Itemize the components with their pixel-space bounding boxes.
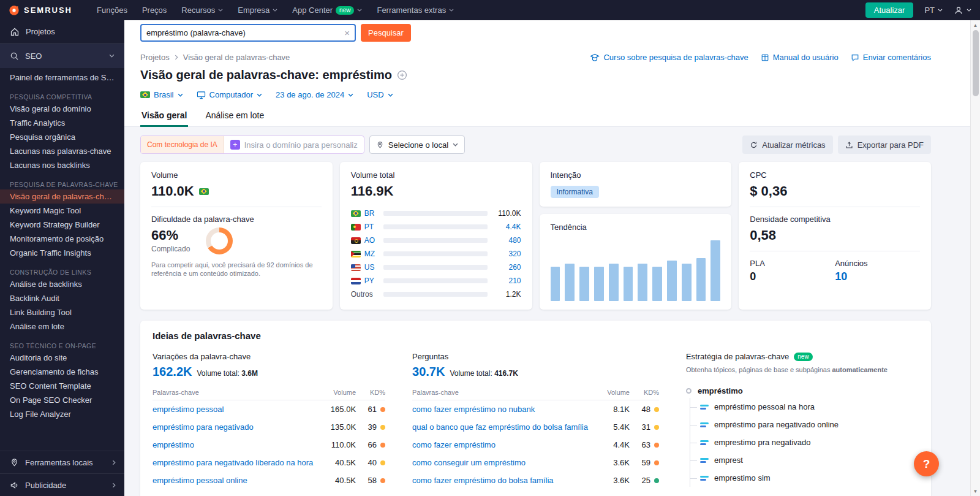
sidebar-item-traffic-analytics[interactable]: Traffic Analytics bbox=[0, 116, 124, 130]
keyword-link[interactable]: como fazer empréstimo no nubank bbox=[412, 405, 593, 414]
topnav-item-funcoes[interactable]: Funções bbox=[97, 6, 127, 15]
sidebar-item-seo-content-template[interactable]: SEO Content Template bbox=[0, 379, 124, 393]
country-link[interactable]: BR bbox=[364, 209, 375, 218]
device-filter[interactable]: Computador bbox=[197, 90, 263, 99]
ao-flag-icon bbox=[351, 237, 361, 244]
keyword-link[interactable]: empréstimo para negativado liberado na h… bbox=[153, 458, 319, 467]
sidebar-section-seo-tecnico-e-on-page: SEO TÉCNICO E ON-PAGE bbox=[0, 340, 124, 351]
trend-bar bbox=[594, 267, 604, 301]
export-pdf-button[interactable]: Exportar para PDF bbox=[838, 135, 931, 154]
country-filter[interactable]: Brasil bbox=[140, 90, 183, 99]
sidebar-item-gerenciamento-de-fichas[interactable]: Gerenciamento de fichas bbox=[0, 365, 124, 379]
tree-item-emprestimo-pra-negativado[interactable]: emprestimo pra negativado bbox=[690, 433, 919, 451]
sidebar-item-auditoria-do-site[interactable]: Auditoria do site bbox=[0, 351, 124, 365]
topnav-item-ferramentas-extras[interactable]: Ferramentas extras bbox=[377, 6, 454, 15]
tree-item-emprestimo-sim[interactable]: emprestimo sim bbox=[690, 469, 919, 487]
tab-analise-em-lote[interactable]: Análise em lote bbox=[204, 107, 265, 126]
scrollbar-down-arrow[interactable]: ▼ bbox=[971, 486, 980, 496]
sidebar-item-publicidade[interactable]: Publicidade bbox=[0, 473, 124, 496]
keyword-link[interactable]: como fazer empréstimo do bolsa família bbox=[412, 476, 593, 485]
sidebar-item-pesquisa-organica[interactable]: Pesquisa orgânica bbox=[0, 130, 124, 144]
topnav-item-app-center[interactable]: App Centernew bbox=[292, 6, 362, 15]
topnav-item-precos[interactable]: Preços bbox=[142, 6, 167, 15]
sidebar-item-on-page-seo-checker[interactable]: On Page SEO Checker bbox=[0, 393, 124, 407]
sidebar-item-backlink-audit[interactable]: Backlink Audit bbox=[0, 291, 124, 305]
breadcrumb-projetos[interactable]: Projetos bbox=[140, 53, 170, 62]
country-volume-value[interactable]: 4.4K bbox=[492, 223, 521, 231]
clear-search-icon[interactable]: × bbox=[339, 28, 355, 38]
sidebar-item-lacunas-nas-palavras-chave[interactable]: Lacunas nas palavras-chave bbox=[0, 144, 124, 158]
country-link[interactable]: PY bbox=[364, 277, 374, 285]
send-feedback-link[interactable]: Enviar comentários bbox=[851, 53, 931, 62]
keyword-search-box[interactable]: × bbox=[140, 24, 356, 42]
questions-count[interactable]: 30.7K bbox=[412, 365, 445, 379]
country-cell: PT bbox=[351, 223, 379, 231]
semrush-logo[interactable]: SEMRUSH bbox=[9, 5, 72, 16]
country-link[interactable]: AO bbox=[364, 236, 375, 245]
country-volume-value[interactable]: 480 bbox=[492, 236, 521, 245]
intent-badge[interactable]: Informativa bbox=[551, 186, 599, 198]
sidebar-item-keyword-strategy-builder[interactable]: Keyword Strategy Builder bbox=[0, 218, 124, 232]
sidebar-item-link-building-tool[interactable]: Link Building Tool bbox=[0, 305, 124, 319]
country-volume-value[interactable]: 320 bbox=[492, 250, 521, 258]
sidebar-item-log-file-analyzer[interactable]: Log File Analyzer bbox=[0, 407, 124, 421]
topnav-item-empresa[interactable]: Empresa bbox=[238, 6, 277, 15]
sidebar-item-visao-geral-do-dominio[interactable]: Visão geral do domínio bbox=[0, 102, 124, 116]
sidebar-item-lacunas-nos-backlinks[interactable]: Lacunas nos backlinks bbox=[0, 158, 124, 172]
keyword-link[interactable]: como fazer empréstimo bbox=[412, 440, 593, 449]
sidebar-item-monitoramento-de-posicao[interactable]: Monitoramento de posição bbox=[0, 232, 124, 246]
keyword-volume: 4.4K bbox=[593, 440, 630, 449]
keyword-link[interactable]: empréstimo para negativado bbox=[153, 422, 319, 432]
user-menu[interactable] bbox=[954, 6, 971, 15]
country-link[interactable]: US bbox=[364, 263, 375, 272]
sidebar-item-projetos[interactable]: Projetos bbox=[0, 20, 124, 44]
language-selector[interactable]: PT bbox=[924, 6, 943, 15]
refresh-metrics-button[interactable]: Atualizar métricas bbox=[742, 135, 832, 154]
country-link[interactable]: MZ bbox=[364, 250, 375, 258]
course-link[interactable]: Curso sobre pesquisa de palavras-chave bbox=[590, 53, 748, 62]
ads-value[interactable]: 10 bbox=[835, 270, 920, 283]
add-keyword-icon[interactable] bbox=[397, 70, 407, 80]
topnav-item-recursos[interactable]: Recursos bbox=[181, 6, 223, 15]
tab-visao-geral[interactable]: Visão geral bbox=[140, 107, 188, 126]
scrollbar-up-arrow[interactable]: ▲ bbox=[971, 20, 980, 30]
sidebar-item-ferramentas-locais[interactable]: Ferramentas locais bbox=[0, 451, 124, 473]
sidebar-item-painel-de-ferramentas-de-seo[interactable]: Painel de ferramentas de SEO bbox=[0, 71, 124, 85]
search-input[interactable] bbox=[141, 28, 339, 37]
country-volume-value[interactable]: 260 bbox=[492, 263, 521, 272]
upgrade-button[interactable]: Atualizar bbox=[865, 2, 914, 18]
variations-count[interactable]: 162.2K bbox=[153, 365, 192, 379]
sidebar-item-organic-traffic-insights[interactable]: Organic Traffic Insights bbox=[0, 246, 124, 260]
tree-item-label: empréstimo para negativado online bbox=[714, 420, 839, 429]
user-avatar-icon bbox=[954, 6, 963, 15]
keyword-link[interactable]: como conseguir um empréstimo bbox=[412, 458, 593, 467]
domain-input[interactable] bbox=[244, 140, 358, 150]
user-manual-link[interactable]: Manual do usuário bbox=[761, 53, 839, 62]
tree-item-emprestimo-para-negativado-online[interactable]: empréstimo para negativado online bbox=[690, 416, 919, 433]
topnav-item-label: Recursos bbox=[181, 6, 215, 15]
sidebar-item-analise-em-lote[interactable]: Análise em lote bbox=[0, 319, 124, 334]
keyword-link[interactable]: empréstimo bbox=[153, 440, 319, 449]
help-button[interactable]: ? bbox=[914, 451, 939, 476]
country-volume-value[interactable]: 210 bbox=[492, 277, 521, 285]
location-select[interactable]: Selecione o local bbox=[369, 135, 465, 154]
currency-filter-label: USD bbox=[367, 90, 383, 99]
keyword-link[interactable]: qual o banco que faz empréstimo do bolsa… bbox=[412, 422, 593, 432]
sidebar-group-seo[interactable]: SEO bbox=[0, 44, 124, 68]
country-link[interactable]: PT bbox=[364, 223, 374, 231]
trend-bar bbox=[667, 261, 677, 301]
search-button[interactable]: Pesquisar bbox=[361, 24, 411, 42]
keyword-link[interactable]: empréstimo pessoal online bbox=[153, 476, 319, 485]
chevron-down-icon bbox=[938, 9, 943, 12]
scrollbar-thumb[interactable] bbox=[973, 30, 979, 96]
page-title: Visão geral de palavras-chave: empréstim… bbox=[140, 68, 392, 82]
currency-filter[interactable]: USD bbox=[367, 90, 393, 99]
sidebar-item-visao-geral-de-palavras-chave[interactable]: Visão geral de palavras-chave bbox=[0, 189, 124, 204]
keyword-link[interactable]: empréstimo pessoal bbox=[153, 405, 319, 414]
sidebar-item-keyword-magic-tool[interactable]: Keyword Magic Tool bbox=[0, 204, 124, 218]
tree-item-emprest[interactable]: emprest bbox=[690, 451, 919, 469]
date-filter[interactable]: 23 de ago. de 2024 bbox=[276, 90, 353, 99]
sidebar-item-analise-de-backlinks[interactable]: Análise de backlinks bbox=[0, 277, 124, 291]
page-scrollbar[interactable]: ▲ ▼ bbox=[970, 20, 980, 496]
tree-item-emprestimo-pessoal-na-hora[interactable]: empréstimo pessoal na hora bbox=[690, 398, 919, 416]
